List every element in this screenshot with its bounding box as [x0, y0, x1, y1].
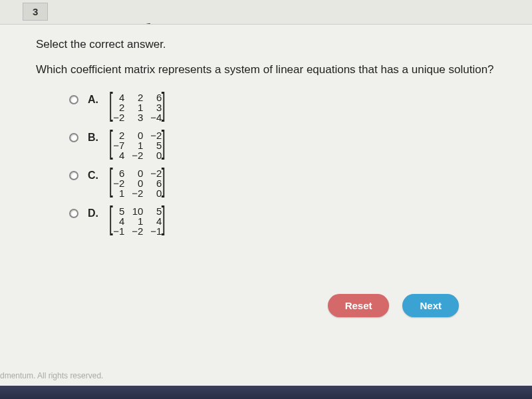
instruction-text: Select the correct answer.: [36, 38, 496, 51]
radio-c[interactable]: [69, 171, 78, 180]
matrix-b: [ 20−2 −715 4−20 ]: [106, 129, 168, 162]
option-b[interactable]: B. [ 20−2 −715 4−20 ]: [69, 129, 496, 162]
radio-a[interactable]: [69, 95, 78, 104]
next-button[interactable]: Next: [402, 294, 459, 317]
option-d[interactable]: D. [ 5105 414 −1−2−1 ]: [69, 205, 496, 237]
footer-text: dmentum. All rights reserved.: [0, 371, 103, 380]
option-label: D.: [88, 207, 106, 219]
page-number-tab: 3: [23, 3, 48, 21]
question-text: Which coefficient matrix represents a sy…: [36, 63, 496, 76]
content-area: Select the correct answer. Which coeffic…: [0, 24, 532, 399]
taskbar: [0, 386, 532, 399]
option-label: C.: [88, 170, 106, 182]
option-label: A.: [88, 94, 106, 106]
matrix-d: [ 5105 414 −1−2−1 ]: [106, 205, 168, 237]
option-c[interactable]: C. [ 60−2 −206 1−20 ]: [69, 167, 496, 200]
matrix-c: [ 60−2 −206 1−20 ]: [106, 167, 168, 200]
action-buttons: Reset Next: [328, 294, 459, 317]
matrix-a: [ 426 213 −23−4 ]: [106, 91, 168, 124]
option-label: B.: [88, 132, 106, 144]
reset-button[interactable]: Reset: [328, 294, 390, 317]
radio-b[interactable]: [69, 133, 78, 142]
options-group: A. [ 426 213 −23−4 ] B. [ 20−2 −715 4−20: [69, 91, 496, 237]
option-a[interactable]: A. [ 426 213 −23−4 ]: [69, 91, 496, 124]
radio-d[interactable]: [69, 209, 78, 218]
